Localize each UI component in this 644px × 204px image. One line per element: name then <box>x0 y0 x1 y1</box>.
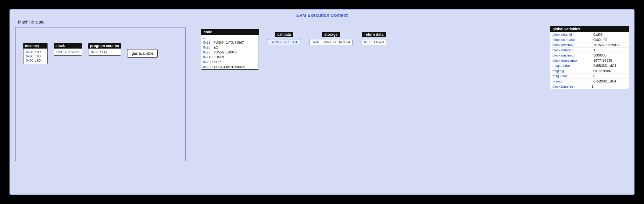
global-row: block.timestamp: 1677496635 <box>550 58 629 63</box>
global-row: msg.sig: 0x73c768d7 <box>550 68 629 74</box>
pc-val: : EQ <box>100 50 107 54</box>
global-row: block.coinbase: 0x00...00 <box>550 37 629 42</box>
global-key: block.timestamp <box>553 59 589 62</box>
code-addr: 0x2C <box>203 65 211 69</box>
storage-val: :0x5b38da...beddc4 <box>320 40 350 44</box>
memory-row: 0x40: 80 <box>26 58 45 63</box>
global-variables-title: global variables <box>550 26 629 32</box>
widgets-row: memory 0x00: 000x20: 000x40: 80 stack 0x… <box>20 34 181 67</box>
global-key: msg.sig <box>553 69 589 73</box>
return-data-inner: 0x00 : Object <box>362 39 386 45</box>
code-instr: : JUMPI <box>212 55 224 59</box>
code-row: 0x26: EQ <box>201 45 259 50</box>
calldata-section: calldata 0x73c768d7...001 <box>268 23 300 45</box>
storage-row: 0x00 :0x5b38da...beddc4 <box>312 40 350 44</box>
mem-val: : 80 <box>35 59 41 62</box>
global-val: : 0x73c768d7 <box>592 69 612 73</box>
storage-inner: 0x00 :0x5b38da...beddc4 <box>309 39 352 45</box>
global-val: : 0 <box>592 74 595 78</box>
mem-val: : 00 <box>35 54 41 58</box>
code-row: 0x21: PUSH4 0x73c768d7 <box>201 40 259 45</box>
code-section: code ... 0x21: PUSH4 0x73c768d70x26: EQ0… <box>201 23 259 70</box>
return-data-section: return data 0x00 : Object <box>362 23 386 45</box>
code-addr: 0x27 <box>203 50 210 54</box>
stack-row: 0x0...73c768d7 <box>56 50 79 54</box>
code-title: code <box>201 29 259 35</box>
code-instr: : PUSH4 0x73c768d7 <box>212 41 244 44</box>
right-section: code ... 0x21: PUSH4 0x73c768d70x26: EQ0… <box>192 20 629 189</box>
global-key: block.basefee <box>553 85 589 88</box>
code-instr: : DUP1 <box>212 60 223 64</box>
global-val: : 0xd05 <box>592 33 603 36</box>
machine-state-box: memory 0x00: 000x20: 000x40: 80 stack 0x… <box>15 27 186 161</box>
global-row: block.difficulty: 70762765929000 <box>550 42 629 48</box>
return-data-val: : Object <box>372 40 384 44</box>
global-row: block.number: 1 <box>550 48 629 53</box>
program-counter-title: program counter <box>88 43 121 49</box>
memory-row: 0x00: 00 <box>26 50 45 54</box>
program-counter-widget: program counter 0x26: EQ <box>88 43 121 56</box>
memory-widget: memory 0x00: 000x20: 000x40: 80 <box>23 43 48 64</box>
global-variables-widget: global variables block.chainid: 0xd05blo… <box>550 26 629 89</box>
stack-title: stack <box>54 43 82 49</box>
global-row: msg.sender: 0x5B38D...dC4 <box>550 63 629 68</box>
global-val: : 0x00...00 <box>592 38 607 42</box>
code-instr: : EQ <box>212 46 218 49</box>
global-key: block.coinbase <box>553 38 589 42</box>
global-row: block.basefee1 <box>550 84 629 89</box>
page-title: EVM Execution Context <box>15 13 629 18</box>
mem-key: 0x00 <box>26 50 33 54</box>
global-val: : 0x5B38D...dC4 <box>592 64 616 67</box>
code-addr: 0x26 <box>203 46 210 49</box>
storage-key: 0x00 <box>312 40 319 44</box>
code-addr: 0x21 <box>203 41 210 44</box>
memory-row: 0x20: 00 <box>26 54 45 58</box>
storage-section: storage 0x00 :0x5b38da...beddc4 <box>309 23 352 45</box>
global-val: : 0x5B38D...dC4 <box>592 79 616 83</box>
code-row: 0x27: PUSH2 0x0046 <box>201 50 259 55</box>
global-val: : 1677496635 <box>592 59 612 62</box>
return-data-key: 0x00 <box>364 40 371 44</box>
stack-key: 0x0...73c768d7 <box>56 50 79 54</box>
global-key: block.gaslimit <box>553 53 589 57</box>
gas-box: gas available <box>127 49 158 58</box>
global-row: block.chainid: 0xd05 <box>550 32 629 37</box>
pc-row: 0x26: EQ <box>91 50 118 54</box>
global-key: block.difficulty <box>553 43 589 47</box>
mem-key: 0x20 <box>26 54 33 58</box>
global-val: : 3000000 <box>592 53 606 57</box>
return-data-title: return data <box>362 32 386 37</box>
evm-execution-context: EVM Execution Context Machine state memo… <box>9 9 635 195</box>
code-instr: : PUSH4 0x8126000d <box>212 65 245 69</box>
global-row: tx.origin: 0x5B38D...dC4 <box>550 79 629 84</box>
mem-key: 0x40 <box>26 59 33 62</box>
global-key: msg.sender <box>553 64 589 67</box>
stack-widget: stack 0x0...73c768d7 <box>54 43 82 56</box>
code-row: 0x2A: JUMPI <box>201 55 259 60</box>
pc-key: 0x26 <box>91 50 98 54</box>
global-val: 1 <box>592 85 593 88</box>
global-key: tx.origin <box>553 79 589 83</box>
code-addr: 0x2B <box>203 60 211 64</box>
calldata-value: 0x73c768d7...001 <box>268 39 300 45</box>
code-instr: : PUSH2 0x0046 <box>212 50 237 54</box>
calldata-title: calldata <box>275 32 293 37</box>
global-variables-section: global variables block.chainid: 0xd05blo… <box>550 23 629 89</box>
code-row: 0x2B: DUP1 <box>201 60 259 64</box>
memory-title: memory <box>23 43 47 49</box>
machine-state-label: Machine state <box>18 20 192 24</box>
global-val: : 70762765929000 <box>592 43 620 47</box>
global-row: msg.value: 0 <box>550 74 629 79</box>
global-key: msg.value <box>553 74 589 78</box>
global-key: block.chainid <box>553 33 589 36</box>
code-row: 0x2C: PUSH4 0x8126000d <box>201 64 259 69</box>
code-addr: 0x2A <box>203 55 211 59</box>
machine-state-panel: Machine state memory 0x00: 000x20: 000x4… <box>15 20 192 189</box>
mem-val: : 00 <box>35 50 41 54</box>
global-key: block.number <box>553 48 589 52</box>
global-row: block.gaslimit: 3000000 <box>550 53 629 58</box>
code-widget: code ... 0x21: PUSH4 0x73c768d70x26: EQ0… <box>201 29 259 70</box>
global-val: : 1 <box>592 48 595 52</box>
storage-title: storage <box>322 32 340 37</box>
code-ellipsis: ... <box>201 35 259 40</box>
